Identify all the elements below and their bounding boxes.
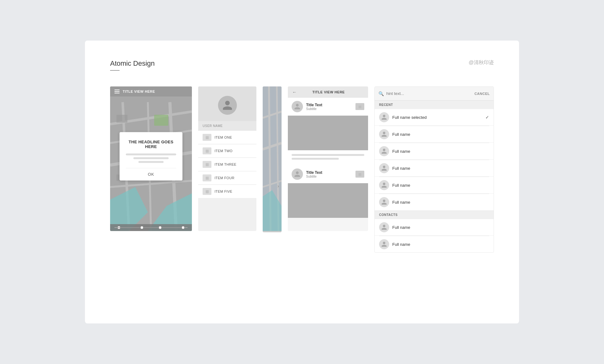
- contact-item-recent-4[interactable]: Full name: [375, 160, 494, 177]
- back-arrow-icon[interactable]: ←: [292, 90, 297, 95]
- map-topbar: TITLE VIEW HERE: [110, 86, 192, 97]
- detail-card-title-1: Title Text: [306, 103, 322, 107]
- list-img-5: ▦: [203, 188, 211, 195]
- detail-card-2[interactable]: Title Text Subtitle ▦: [288, 165, 368, 183]
- list-item-2[interactable]: ▦ ITEM TWO: [198, 144, 256, 158]
- detail-media-block-2: [288, 183, 368, 218]
- detail-thumb-icon-1: ▦: [358, 105, 361, 109]
- slider-dot-2: [158, 226, 162, 229]
- contact-avatar-recent-5: [379, 180, 389, 190]
- detail-text-block-2: Title Text Subtitle: [306, 170, 322, 178]
- svg-rect-11: [154, 115, 168, 126]
- list-item-label-1: ITEM ONE: [215, 135, 232, 139]
- detail-avatar-icon-1: [294, 103, 301, 110]
- detail-media-block-1: [288, 116, 368, 150]
- contact-item-recent-6[interactable]: Full name: [375, 194, 494, 211]
- detail-avatar-1: [292, 101, 303, 112]
- list-img-icon-3: ▦: [205, 162, 209, 167]
- hamburger-icon[interactable]: [115, 90, 120, 93]
- contact-name-recent-5: Full name: [392, 183, 489, 188]
- search-bar: 🔍 CANCEL: [375, 87, 494, 101]
- list-item-5[interactable]: ▦ ITEM FIVE: [198, 185, 256, 198]
- dialog-line-2: [133, 157, 169, 159]
- slider-track[interactable]: [115, 227, 187, 228]
- contact-name-recent-2: Full name: [392, 132, 489, 137]
- list-item-4[interactable]: ▦ ITEM FOUR: [198, 171, 256, 185]
- list-img-1: ▦: [203, 134, 211, 141]
- detail-text-line-1a: [292, 154, 364, 156]
- contact-avatar-recent-3: [379, 146, 389, 156]
- recent-section-header: RECENT: [375, 101, 494, 109]
- contact-check-icon-1: ✓: [485, 115, 489, 120]
- contact-avatar-icon-r5: [381, 182, 387, 188]
- dialog-line-3: [138, 161, 164, 163]
- list-img-icon-4: ▦: [205, 176, 209, 180]
- search-cancel-button[interactable]: CANCEL: [474, 92, 490, 96]
- list-item-1[interactable]: ▦ ITEM ONE: [198, 131, 256, 144]
- list-item-label-2: ITEM TWO: [215, 149, 232, 153]
- contact-avatar-recent-2: [379, 129, 389, 139]
- contact-item-recent-3[interactable]: Full name: [375, 143, 494, 160]
- detail-card-title-2: Title Text: [306, 170, 322, 175]
- map2-arrow-icon: ›: [277, 184, 279, 189]
- mockups-row: TITLE VIEW HERE THE HEADLINE GOES HERE O…: [110, 86, 494, 253]
- profile-avatar-area: [198, 86, 256, 121]
- map2-svg: [263, 86, 282, 231]
- detail-text-line-1b: [292, 158, 339, 160]
- page-header: Atomic Design: [110, 59, 494, 71]
- contact-avatar-recent-1: [379, 112, 389, 122]
- map-title: TITLE VIEW HERE: [123, 90, 155, 93]
- search-input[interactable]: [386, 91, 472, 96]
- mockup-profile: USER NAME ▦ ITEM ONE ▦ ITEM TWO ▦: [198, 86, 256, 231]
- detail-thumb-icon-2: ▦: [358, 172, 361, 176]
- detail-card-subtitle-1: Subtitle: [306, 107, 322, 111]
- contact-item-c1[interactable]: Full name: [375, 219, 494, 236]
- page-title-underline: [110, 70, 120, 71]
- list-img-icon-1: ▦: [205, 135, 209, 140]
- list-img-icon-5: ▦: [205, 189, 209, 194]
- profile-avatar: [218, 96, 237, 115]
- contact-item-c2[interactable]: Full name: [375, 236, 494, 252]
- search-icon: 🔍: [378, 91, 384, 96]
- mockup-map2: ›: [263, 86, 282, 232]
- map-dialog: THE HEADLINE GOES HERE OK: [120, 132, 182, 180]
- contact-item-recent-5[interactable]: Full name: [375, 177, 494, 194]
- mockup-search: 🔍 CANCEL RECENT Full name selected ✓: [374, 86, 494, 253]
- contact-avatar-icon-r1: [381, 114, 387, 120]
- page-watermark: @清秋印迹: [469, 59, 494, 66]
- contact-avatar-icon-c1: [381, 224, 387, 230]
- contacts-section-header: CONTACTS: [375, 211, 494, 219]
- contact-name-recent-4: Full name: [392, 166, 489, 171]
- page-container: Atomic Design @清秋印迹: [85, 41, 519, 323]
- contact-avatar-recent-6: [379, 197, 389, 207]
- contact-avatar-icon-r3: [381, 148, 387, 154]
- detail-topbar-title: TITLE VIEW HERE: [300, 90, 364, 94]
- list-img-4: ▦: [203, 174, 211, 181]
- contact-item-recent-1[interactable]: Full name selected ✓: [375, 109, 494, 126]
- list-item-label-3: ITEM THREE: [215, 163, 236, 166]
- detail-img-thumb-1: ▦: [355, 103, 364, 110]
- contact-name-c1: Full name: [392, 225, 489, 230]
- list-img-3: ▦: [203, 161, 211, 168]
- contact-avatar-recent-4: [379, 163, 389, 173]
- list-item-3[interactable]: ▦ ITEM THREE: [198, 158, 256, 171]
- page-title: Atomic Design: [110, 59, 494, 68]
- map-bottom-bar: [110, 224, 192, 231]
- profile-username: USER NAME: [198, 121, 256, 131]
- contact-name-recent-1: Full name selected: [392, 115, 482, 120]
- dialog-ok-button[interactable]: OK: [126, 168, 176, 180]
- contact-name-recent-6: Full name: [392, 200, 489, 205]
- profile-list: ▦ ITEM ONE ▦ ITEM TWO ▦ ITEM THREE: [198, 131, 256, 198]
- list-img-icon-2: ▦: [205, 149, 209, 153]
- detail-card-2-left: Title Text Subtitle: [292, 168, 322, 180]
- contact-avatar-icon-r4: [381, 165, 387, 171]
- svg-rect-12: [116, 115, 127, 123]
- contact-name-c2: Full name: [392, 242, 489, 247]
- contact-avatar-icon-r6: [381, 199, 387, 205]
- list-item-label-4: ITEM FOUR: [215, 176, 234, 180]
- contact-avatar-c1: [379, 222, 389, 232]
- contact-item-recent-2[interactable]: Full name: [375, 126, 494, 143]
- detail-card-1[interactable]: Title Text Subtitle ▦: [288, 98, 368, 116]
- detail-card-1-left: Title Text Subtitle: [292, 101, 322, 112]
- slider-dot-end: [181, 226, 185, 229]
